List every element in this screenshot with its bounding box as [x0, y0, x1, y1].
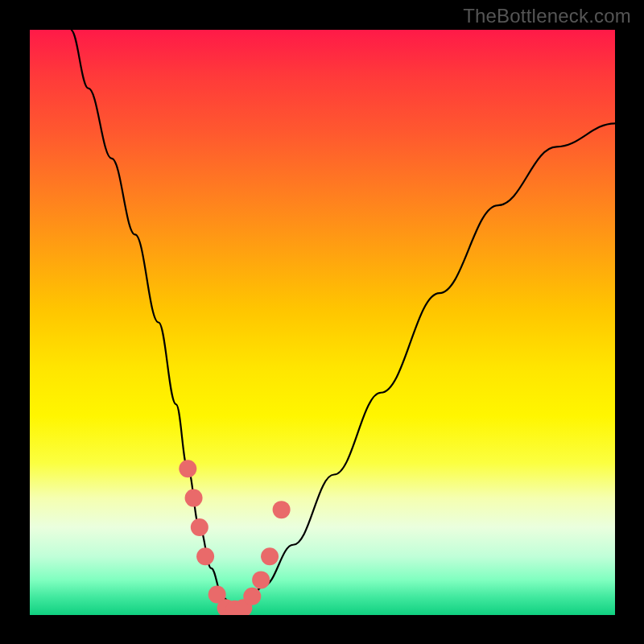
plot-area — [30, 30, 615, 615]
watermark-text: TheBottleneck.com — [463, 5, 631, 27]
marker-dot — [252, 571, 270, 588]
marker-dot — [261, 547, 279, 565]
chart-frame: TheBottleneck.com — [0, 0, 644, 644]
bottleneck-curve — [30, 30, 615, 615]
marker-dot — [273, 501, 291, 518]
marker-dot — [185, 489, 203, 507]
marker-dot — [179, 460, 196, 477]
marker-dot — [243, 588, 261, 605]
marker-dot — [196, 547, 214, 565]
marker-dot — [191, 518, 208, 536]
